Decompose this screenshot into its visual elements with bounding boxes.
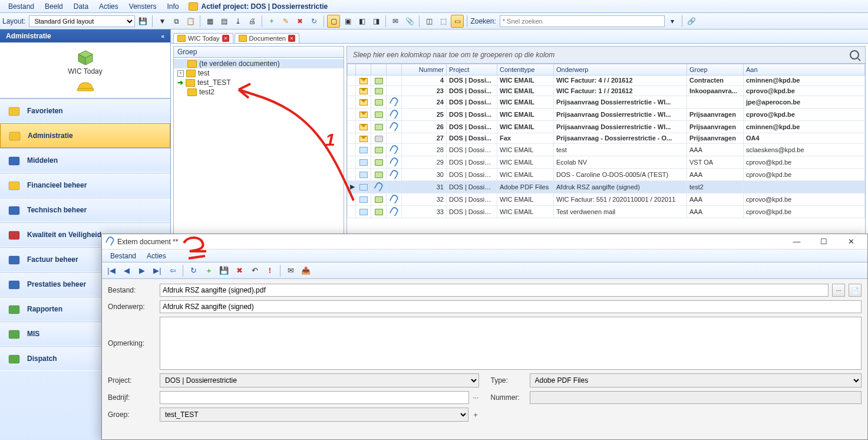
groep-select[interactable]: test_TEST bbox=[160, 408, 468, 422]
panel1-button[interactable]: ◫ bbox=[423, 15, 435, 28]
column-header[interactable]: Onderwerp bbox=[554, 64, 687, 75]
delete-button[interactable]: ✖ bbox=[232, 264, 246, 277]
layout-select[interactable]: Standard Grid layout bbox=[29, 15, 135, 27]
sidebar-header[interactable]: Administratie « bbox=[0, 29, 170, 42]
sidebar-item-middelen[interactable]: Middelen bbox=[0, 148, 170, 173]
next-button[interactable]: ▶ bbox=[135, 264, 149, 277]
close-icon[interactable]: × bbox=[288, 35, 295, 42]
column-header[interactable]: Groep bbox=[687, 64, 744, 75]
dialog-menu-acties[interactable]: Acties bbox=[142, 251, 171, 261]
project-select[interactable]: DOS | Dossierrestrictie bbox=[160, 373, 479, 388]
add-button[interactable]: ＋ bbox=[202, 264, 216, 277]
menu-vensters[interactable]: Vensters bbox=[124, 1, 161, 12]
table-row[interactable]: 28DOS | Dossierr...WIC EMAILtestAAAsclae… bbox=[348, 143, 865, 156]
attach-button[interactable]: 📎 bbox=[403, 15, 416, 28]
search-dropdown-button[interactable]: ▾ bbox=[666, 15, 679, 28]
table-row[interactable]: 4DOS | Dossi...WIC EMAILWIC Factuur: 4 /… bbox=[348, 75, 865, 86]
paste-button[interactable]: 📋 bbox=[184, 15, 197, 28]
dialog-titlebar[interactable]: Extern document ** — ☐ ✕ bbox=[102, 234, 867, 249]
alert-button[interactable]: ! bbox=[263, 264, 277, 277]
delete-button[interactable]: ✖ bbox=[293, 15, 306, 28]
edit-button[interactable]: ✎ bbox=[279, 15, 292, 28]
view2-button[interactable]: ▣ bbox=[341, 15, 354, 28]
view3-button[interactable]: ◧ bbox=[355, 15, 368, 28]
table-row[interactable]: 26DOS | Dossi...WIC EMAILPrijsaanvraag D… bbox=[348, 121, 865, 133]
export-button[interactable]: ⤓ bbox=[232, 15, 245, 28]
first-button[interactable]: |◀ bbox=[104, 264, 118, 277]
table-row[interactable]: 32DOS | Dossierr...WIC EMAILWIC Factuur:… bbox=[348, 193, 865, 205]
documents-grid[interactable]: NummerProjectContenttypeOnderwerpGroepAa… bbox=[347, 64, 865, 218]
view1-button[interactable]: ▢ bbox=[327, 15, 340, 28]
refresh-button[interactable]: ↻ bbox=[186, 264, 200, 277]
close-button[interactable]: ✕ bbox=[839, 234, 863, 249]
tab-wic-today[interactable]: WIC Today× bbox=[173, 33, 233, 43]
menu-bestand[interactable]: Bestand bbox=[4, 1, 39, 12]
column-header[interactable] bbox=[356, 64, 371, 75]
refresh-button[interactable]: ↻ bbox=[308, 15, 321, 28]
group-by-area[interactable]: Sleep hier een kolomkop naar toe om te g… bbox=[347, 47, 865, 64]
print-button[interactable]: 🖨 bbox=[246, 15, 259, 28]
onderwerp-field[interactable] bbox=[160, 300, 862, 313]
link-button[interactable]: 🔗 bbox=[685, 15, 698, 28]
expand-icon[interactable]: + bbox=[177, 70, 184, 77]
tree-node[interactable]: test2 bbox=[174, 87, 344, 97]
column-header[interactable]: Nummer bbox=[402, 64, 447, 75]
menu-beeld[interactable]: Beeld bbox=[40, 1, 68, 12]
browse-button[interactable]: ··· bbox=[832, 284, 845, 297]
dialog-menu-bestand[interactable]: Bestand bbox=[105, 251, 141, 261]
column-header[interactable]: Aan bbox=[744, 64, 865, 75]
save-button[interactable]: 💾 bbox=[217, 264, 231, 277]
opmerking-field[interactable] bbox=[160, 317, 862, 370]
card-button[interactable]: ▤ bbox=[217, 15, 230, 28]
table-row[interactable]: 23DOS | Dossi...WIC EMAILWIC Factuur: 1 … bbox=[348, 86, 865, 96]
open-file-button[interactable]: 📄 bbox=[849, 284, 862, 297]
add-button[interactable]: ＋ bbox=[265, 15, 278, 28]
prev-button[interactable]: ◀ bbox=[120, 264, 134, 277]
copy-button[interactable]: ⧉ bbox=[170, 15, 183, 28]
table-row[interactable]: 24DOS | Dossi...WIC EMAILPrijsaanvraag D… bbox=[348, 96, 865, 109]
bedrijf-field[interactable] bbox=[160, 391, 469, 404]
view4-button[interactable]: ◨ bbox=[369, 15, 382, 28]
sidebar-item-administratie[interactable]: Administratie bbox=[0, 123, 170, 148]
column-header[interactable] bbox=[371, 64, 387, 75]
table-row[interactable]: 29DOS | Dossierr...WIC EMAILEcolab NVVST… bbox=[348, 156, 865, 168]
table-row[interactable]: 33DOS | Dossierr...WIC EMAILTest verdwen… bbox=[348, 205, 865, 218]
table-row[interactable]: 27DOS | Dossi...FaxPrijsaanvraag - Dossi… bbox=[348, 133, 865, 144]
tree-node[interactable]: ➔test_TEST bbox=[174, 78, 344, 87]
column-header[interactable] bbox=[348, 64, 356, 75]
bestand-field[interactable] bbox=[160, 284, 829, 297]
table-row[interactable]: 25DOS | Dossi...WIC EMAILPrijsaanvraag D… bbox=[348, 109, 865, 121]
send-button[interactable]: 📤 bbox=[299, 264, 313, 277]
maximize-button[interactable]: ☐ bbox=[812, 234, 836, 249]
menu-info[interactable]: Info bbox=[163, 1, 184, 12]
minimize-button[interactable]: — bbox=[785, 234, 808, 249]
groep-add-button[interactable]: ＋ bbox=[472, 410, 479, 420]
layout-save-button[interactable]: 💾 bbox=[136, 15, 149, 28]
table-row[interactable]: 30DOS | Dossierr...WIC EMAILDOS - Caroli… bbox=[348, 168, 865, 180]
sidebar-item-technisch-beheer[interactable]: Technisch beheer bbox=[0, 198, 170, 222]
mail-button[interactable]: ✉ bbox=[389, 15, 402, 28]
undo-button[interactable]: ↶ bbox=[247, 264, 262, 277]
menu-data[interactable]: Data bbox=[69, 1, 93, 12]
sidebar-item-favorieten[interactable]: Favorieten bbox=[0, 98, 170, 123]
type-select[interactable]: Adobe PDF Files bbox=[530, 373, 862, 388]
sidebar-item-financieel-beheer[interactable]: Financieel beheer bbox=[0, 173, 170, 198]
filter-button[interactable]: ▼ bbox=[156, 15, 169, 28]
column-header[interactable]: Project bbox=[447, 64, 497, 75]
close-icon[interactable]: × bbox=[222, 35, 229, 42]
bedrijf-lookup-button[interactable]: ··· bbox=[473, 393, 478, 402]
tab-documenten[interactable]: Documenten× bbox=[235, 33, 299, 43]
panel3-button[interactable]: ▭ bbox=[451, 15, 464, 28]
column-header[interactable] bbox=[387, 64, 402, 75]
search-input[interactable] bbox=[500, 15, 665, 27]
mail-button[interactable]: ✉ bbox=[283, 264, 298, 277]
table-row[interactable]: ▶31DOS | Dossierr...Adobe PDF FilesAfdru… bbox=[348, 180, 865, 193]
column-header[interactable]: Contenttype bbox=[497, 64, 554, 75]
back-button[interactable]: ⇦ bbox=[166, 264, 180, 277]
panel2-button[interactable]: ⬚ bbox=[437, 15, 450, 28]
last-button[interactable]: ▶| bbox=[150, 264, 164, 277]
search-icon[interactable] bbox=[850, 50, 859, 60]
grid-button[interactable]: ▦ bbox=[203, 15, 216, 28]
menu-acties[interactable]: Acties bbox=[94, 1, 123, 12]
tree-node[interactable]: (te verdelen documenten) bbox=[174, 59, 344, 68]
